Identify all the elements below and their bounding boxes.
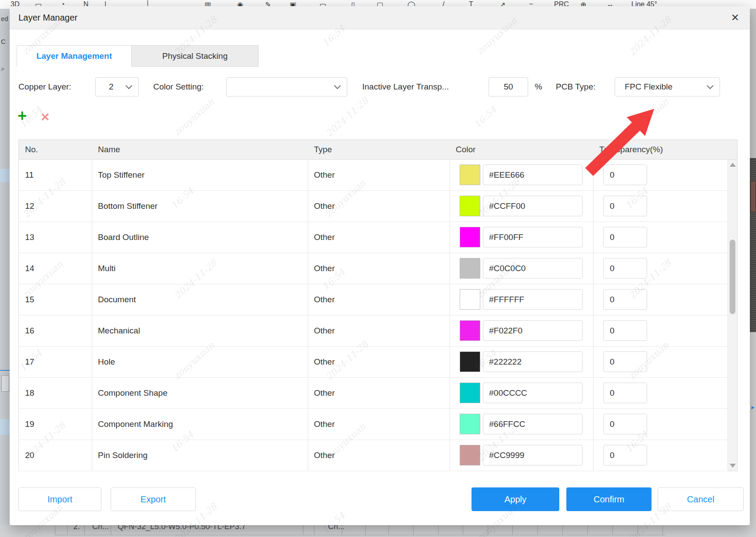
remove-layer-icon[interactable]: ✕ bbox=[40, 111, 50, 123]
app-left-panel: edC⌕ bbox=[0, 9, 10, 537]
transparency-input[interactable] bbox=[603, 320, 647, 341]
transparency-input[interactable] bbox=[603, 414, 647, 434]
app-right-panel: ➤ bbox=[750, 9, 756, 537]
pcb-type-label: PCB Type: bbox=[556, 77, 595, 97]
table-row[interactable]: 13Board OutlineOther bbox=[19, 222, 728, 253]
layer-number: 13 bbox=[25, 222, 34, 253]
color-hex-input[interactable] bbox=[483, 196, 583, 216]
scrollbar-thumb[interactable] bbox=[730, 240, 735, 314]
transparency-input[interactable] bbox=[603, 227, 647, 247]
bottom-table-gridline bbox=[413, 525, 414, 535]
color-swatch[interactable] bbox=[460, 383, 480, 403]
bottom-table-gridline bbox=[537, 525, 538, 535]
color-hex-input[interactable] bbox=[483, 227, 583, 247]
table-scrollbar[interactable] bbox=[727, 160, 737, 471]
bottom-table-gridline bbox=[562, 525, 563, 535]
transparency-input[interactable] bbox=[603, 445, 647, 465]
pcb-type-select[interactable]: FPC Flexible bbox=[615, 77, 720, 97]
bottom-table-gridline bbox=[637, 525, 638, 535]
left-panel-divider bbox=[0, 370, 10, 371]
inactive-transparency-label: Inactive Layer Transp... bbox=[362, 77, 449, 97]
right-panel-arrow-icon: ➤ bbox=[750, 405, 755, 411]
layer-type: Other bbox=[314, 191, 335, 222]
table-row[interactable]: 16MechanicalOther bbox=[19, 315, 728, 347]
column-divider bbox=[308, 140, 308, 471]
add-layer-icon[interactable]: + bbox=[18, 108, 27, 124]
import-button[interactable]: Import bbox=[18, 487, 101, 511]
table-row[interactable]: 15DocumentOther bbox=[19, 284, 728, 315]
tab-layer-management[interactable]: Layer Management bbox=[17, 45, 132, 67]
bottom-table-gridline bbox=[365, 525, 366, 535]
color-hex-input[interactable] bbox=[483, 445, 583, 465]
close-icon[interactable]: ✕ bbox=[731, 12, 739, 23]
table-row[interactable]: 11Top StiffenerOther bbox=[19, 160, 728, 191]
color-hex-input[interactable] bbox=[483, 320, 583, 341]
copper-layer-select[interactable]: 2 bbox=[95, 77, 139, 97]
color-hex-input[interactable] bbox=[483, 351, 583, 372]
table-row[interactable]: 17HoleOther bbox=[19, 347, 728, 378]
layer-name: Mechanical bbox=[98, 315, 140, 346]
column-divider bbox=[593, 140, 594, 471]
bottom-table-gridline bbox=[55, 525, 55, 535]
table-body: 11Top StiffenerOther12Bottom StiffenerOt… bbox=[19, 160, 728, 471]
bottom-table-gridline bbox=[111, 525, 111, 535]
chevron-down-icon bbox=[707, 82, 714, 90]
color-swatch[interactable] bbox=[460, 414, 480, 434]
cancel-button[interactable]: Cancel bbox=[658, 487, 744, 511]
table-row[interactable]: 20Pin SolderingOther bbox=[19, 440, 728, 471]
color-swatch[interactable] bbox=[460, 196, 480, 216]
layer-number: 18 bbox=[25, 378, 34, 408]
color-swatch[interactable] bbox=[460, 289, 480, 310]
confirm-button[interactable]: Confirm bbox=[566, 487, 652, 511]
layer-type: Other bbox=[314, 253, 335, 284]
color-hex-input[interactable] bbox=[483, 258, 583, 279]
color-swatch[interactable] bbox=[460, 351, 480, 372]
table-row[interactable]: 18Component ShapeOther bbox=[19, 378, 728, 409]
color-setting-select[interactable] bbox=[226, 77, 347, 97]
tab-physical-stacking[interactable]: Physical Stacking bbox=[131, 45, 259, 67]
transparency-input[interactable] bbox=[603, 383, 647, 403]
scroll-up-icon[interactable] bbox=[730, 163, 736, 167]
dialog-tabs: Layer Management Physical Stacking bbox=[17, 45, 259, 67]
color-hex-input[interactable] bbox=[483, 414, 583, 434]
color-hex-input[interactable] bbox=[483, 289, 583, 310]
color-swatch[interactable] bbox=[460, 445, 480, 465]
transparency-input[interactable] bbox=[603, 289, 647, 310]
bottom-table-text: QFN-32_L5.0-W5.0-P0.50-TL-EP3.7 bbox=[118, 525, 246, 531]
layer-type: Other bbox=[314, 222, 335, 253]
layer-type: Other bbox=[314, 409, 335, 440]
table-row[interactable]: 19Component MarkingOther bbox=[19, 409, 728, 440]
bottom-table-gridline bbox=[67, 525, 68, 535]
export-button[interactable]: Export bbox=[111, 487, 196, 511]
inactive-transparency-input[interactable] bbox=[489, 77, 528, 97]
copper-layer-label: Copper Layer: bbox=[18, 77, 71, 97]
layer-name: Component Shape bbox=[98, 378, 167, 408]
color-swatch[interactable] bbox=[460, 320, 480, 341]
left-panel-fragment: ed bbox=[1, 15, 8, 22]
color-swatch[interactable] bbox=[460, 227, 480, 247]
layer-type: Other bbox=[314, 284, 335, 315]
copper-layer-value: 2 bbox=[109, 82, 114, 92]
color-hex-input[interactable] bbox=[483, 165, 583, 185]
bottom-table-gridline bbox=[587, 525, 588, 535]
table-row[interactable]: 12Bottom StiffenerOther bbox=[19, 191, 728, 222]
transparency-input[interactable] bbox=[603, 258, 647, 279]
layer-name: Bottom Stiffener bbox=[98, 191, 158, 222]
apply-button[interactable]: Apply bbox=[472, 487, 559, 511]
color-hex-input[interactable] bbox=[483, 383, 583, 403]
scroll-down-icon[interactable] bbox=[730, 464, 736, 468]
color-swatch[interactable] bbox=[460, 258, 480, 279]
layer-name: Pin Soldering bbox=[98, 440, 148, 471]
transparency-input[interactable] bbox=[603, 351, 647, 372]
percent-suffix: % bbox=[535, 77, 542, 97]
color-swatch[interactable] bbox=[460, 165, 480, 185]
bottom-table-gridline bbox=[612, 525, 613, 535]
left-panel-fragment: C bbox=[1, 38, 6, 45]
transparency-input[interactable] bbox=[603, 196, 647, 216]
table-row[interactable]: 14MultiOther bbox=[19, 253, 728, 284]
column-divider bbox=[450, 140, 450, 471]
transparency-input[interactable] bbox=[603, 165, 647, 185]
left-panel-fragment: ⌕ bbox=[1, 65, 4, 73]
header-no: No. bbox=[25, 140, 38, 159]
pcb-type-value: FPC Flexible bbox=[625, 82, 673, 92]
